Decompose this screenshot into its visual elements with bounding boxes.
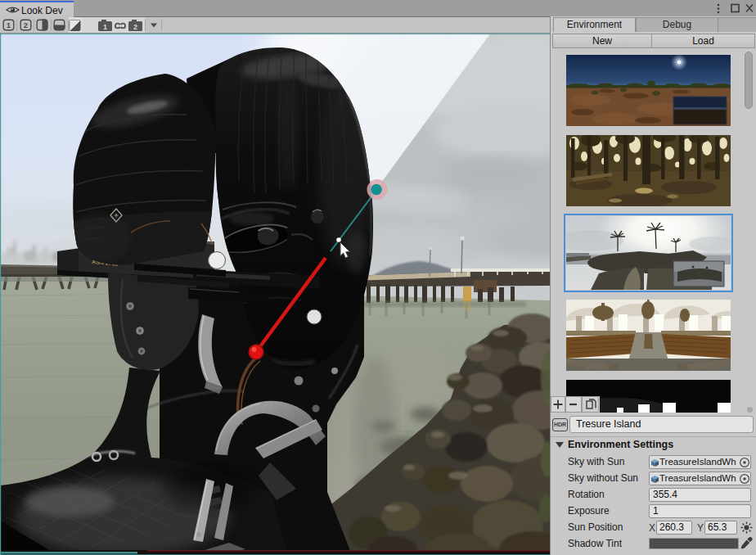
svg-text:2: 2 [133, 23, 137, 31]
svg-text:2: 2 [24, 20, 28, 29]
svg-text:1: 1 [103, 23, 107, 31]
svg-text:1: 1 [7, 20, 11, 29]
